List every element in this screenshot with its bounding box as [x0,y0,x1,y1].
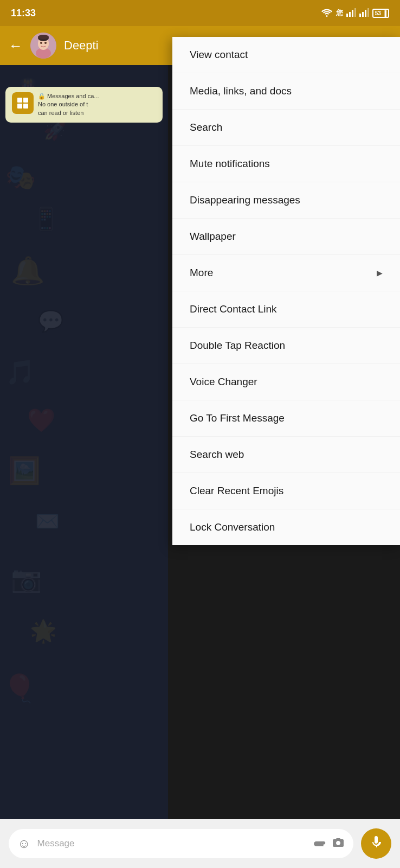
security-icon [12,92,34,114]
svg-rect-5 [359,14,361,17]
bottom-bar: ☺ Message [0,819,400,868]
menu-item-label-search-web: Search web [190,449,244,461]
battery-icon: 53 ▐ [372,9,389,18]
menu-item-label-clear-recent-emojis: Clear Recent Emojis [190,485,283,497]
menu-item-wallpaper[interactable]: Wallpaper [172,219,400,255]
avatar-image [30,33,56,59]
message-placeholder: Message [37,838,307,849]
menu-item-view-contact[interactable]: View contact [172,37,400,73]
security-bubble: 🔒 Messages and ca... No one outside of t… [5,87,163,123]
message-input-container: ☺ Message [9,829,353,858]
menu-item-voice-changer[interactable]: Voice Changer [172,364,400,400]
svg-point-13 [40,42,42,44]
chat-background: 🎂 🚀 🎭 📱 🔔 💬 🎵 ❤️ 🖼️ ✉️ 📷 🌟 🎈 🔒 Messages … [0,65,168,819]
menu-item-label-disappearing-messages: Disappearing messages [190,194,300,206]
svg-rect-18 [23,98,28,103]
svg-rect-3 [352,10,353,17]
wifi-icon [321,8,333,18]
attach-button[interactable] [310,834,329,853]
menu-item-label-search: Search [190,122,222,133]
svg-rect-4 [354,8,356,17]
emoji-button[interactable]: ☺ [17,836,31,851]
svg-point-14 [44,42,47,44]
security-text: 🔒 Messages and ca... No one outside of t… [38,92,99,117]
svg-rect-7 [365,10,366,17]
menu-item-more[interactable]: More▶ [172,255,400,291]
mic-icon [370,835,383,852]
avatar[interactable] [30,33,56,59]
svg-rect-8 [367,8,369,17]
menu-item-disappearing-messages[interactable]: Disappearing messages [172,182,400,219]
svg-rect-2 [349,12,351,17]
status-bar: 11:33 您 [0,0,400,26]
context-menu: View contactMedia, links, and docsSearch… [172,37,400,545]
signal2-icon [359,8,369,18]
menu-item-search[interactable]: Search [172,110,400,146]
data-icon: 您 [336,8,343,18]
status-time: 11:33 [11,8,36,19]
status-icons: 您 53 ▐ [321,8,389,18]
menu-items-container: View contactMedia, links, and docsSearch… [172,37,400,545]
menu-item-label-wallpaper: Wallpaper [190,231,236,242]
svg-rect-19 [17,104,22,108]
menu-item-mute-notifications[interactable]: Mute notifications [172,146,400,182]
menu-item-label-more: More [190,267,213,279]
menu-item-label-media-links-docs: Media, links, and docs [190,85,292,97]
menu-item-media-links-docs[interactable]: Media, links, and docs [172,73,400,110]
menu-item-label-go-to-first-message: Go To First Message [190,412,285,424]
menu-item-lock-conversation[interactable]: Lock Conversation [172,509,400,545]
signal1-icon [346,8,356,18]
menu-item-direct-contact-link[interactable]: Direct Contact Link [172,291,400,328]
svg-point-0 [326,15,327,17]
menu-item-clear-recent-emojis[interactable]: Clear Recent Emojis [172,473,400,509]
camera-button[interactable] [332,837,345,851]
svg-rect-17 [17,98,22,103]
svg-rect-6 [362,12,364,17]
menu-item-label-lock-conversation: Lock Conversation [190,521,275,533]
menu-item-arrow-more: ▶ [377,269,383,277]
background-pattern: 🎂 🚀 🎭 📱 🔔 💬 🎵 ❤️ 🖼️ ✉️ 📷 🌟 🎈 [0,65,168,819]
menu-item-search-web[interactable]: Search web [172,437,400,473]
back-button[interactable]: ← [9,37,23,54]
menu-item-label-view-contact: View contact [190,49,248,61]
menu-item-double-tap-reaction[interactable]: Double Tap Reaction [172,328,400,364]
menu-item-label-direct-contact-link: Direct Contact Link [190,303,277,315]
svg-rect-1 [346,14,348,17]
menu-item-label-double-tap-reaction: Double Tap Reaction [190,340,285,352]
mic-button[interactable] [361,828,391,859]
menu-item-go-to-first-message[interactable]: Go To First Message [172,400,400,437]
svg-rect-20 [23,104,28,108]
svg-point-16 [38,35,49,39]
menu-item-label-mute-notifications: Mute notifications [190,158,270,170]
menu-item-label-voice-changer: Voice Changer [190,376,257,388]
